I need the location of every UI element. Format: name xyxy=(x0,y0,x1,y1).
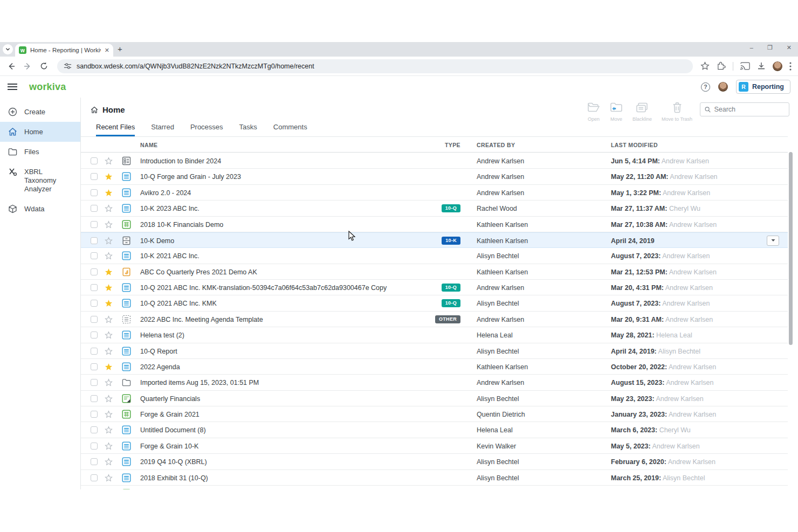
table-row[interactable]: Untitled Document (8) Helena Leal March … xyxy=(81,422,788,438)
new-tab-button[interactable]: + xyxy=(118,44,122,53)
star-outline-icon[interactable] xyxy=(105,474,113,482)
hamburger-menu-icon[interactable] xyxy=(8,84,17,90)
table-row[interactable]: 10-K 2023 ABC Inc. 10-Q Rachel Wood Mar … xyxy=(81,201,788,216)
file-name[interactable]: 2022 ABC Inc. Meeting Agenda Template xyxy=(140,316,263,323)
file-name[interactable]: 10-K Demo xyxy=(140,237,174,245)
back-button[interactable] xyxy=(4,59,18,73)
row-checkbox[interactable] xyxy=(91,189,98,196)
table-row[interactable]: Avikro 2.0 - 2024 Andrew Karlsen May 1, … xyxy=(81,185,788,201)
table-row[interactable]: Helena test (2) Helena Leal May 28, 2021… xyxy=(81,327,788,343)
row-checkbox[interactable] xyxy=(91,173,98,180)
row-checkbox[interactable] xyxy=(91,316,98,323)
cast-icon[interactable] xyxy=(740,62,750,70)
star-filled-icon[interactable] xyxy=(105,284,113,292)
table-row[interactable]: 10-Q 2021 ABC Inc. KMK 10-Q Alisyn Becht… xyxy=(81,295,788,311)
file-name[interactable]: Forge & Grain 2021 xyxy=(140,411,200,418)
table-row[interactable]: Forge & Grain 2021 Quentin Dietrich Janu… xyxy=(81,406,788,422)
file-name[interactable]: Avikro 2.0 - 2024 xyxy=(140,189,191,197)
table-row[interactable]: 10-Q Report Alisyn Bechtel April 24, 201… xyxy=(81,343,788,359)
row-checkbox[interactable] xyxy=(91,443,98,450)
row-checkbox[interactable] xyxy=(91,237,98,244)
sidebar-item-create[interactable]: Create xyxy=(0,102,80,122)
sidebar-item-home[interactable]: Home xyxy=(0,122,80,142)
column-header-last-modified[interactable]: LAST MODIFIED xyxy=(611,142,658,148)
table-row[interactable]: Forge & Grain 10-K Kevin Walker May 5, 2… xyxy=(81,438,788,454)
row-checkbox[interactable] xyxy=(91,252,98,259)
site-info-icon[interactable] xyxy=(64,62,72,70)
tab-starred[interactable]: Starred xyxy=(151,123,174,136)
row-checkbox[interactable] xyxy=(91,221,98,228)
table-row[interactable]: Quarterly Financials Alisyn Bechtel May … xyxy=(81,391,788,406)
file-name[interactable]: 2019 Q4 10-Q (XBRL) xyxy=(140,458,207,466)
star-outline-icon[interactable] xyxy=(105,237,113,245)
row-checkbox[interactable] xyxy=(91,348,98,355)
reload-button[interactable] xyxy=(37,59,51,73)
star-outline-icon[interactable] xyxy=(105,315,113,323)
star-filled-icon[interactable] xyxy=(105,363,113,371)
address-bar[interactable]: sandbox.wdesk.com/a/QWNjb3VudB82NzE2Nzk2… xyxy=(57,59,693,73)
row-options-dropdown[interactable] xyxy=(767,236,779,246)
close-button[interactable]: ✕ xyxy=(787,44,792,51)
file-name[interactable]: 10-K 2021 ABC Inc. xyxy=(140,252,200,260)
star-outline-icon[interactable] xyxy=(105,378,113,386)
table-row[interactable]: 10-K Demo 10-K Kathleen Karlsen April 24… xyxy=(81,232,788,248)
row-checkbox[interactable] xyxy=(91,268,98,275)
row-checkbox[interactable] xyxy=(91,284,98,291)
row-checkbox[interactable] xyxy=(91,426,98,433)
sidebar-item-wdata[interactable]: Wdata xyxy=(0,199,80,219)
star-filled-icon[interactable] xyxy=(105,172,113,181)
table-row[interactable]: 2019 Q4 10-Q (XBRL) Alisyn Bechtel Febru… xyxy=(81,454,788,469)
file-name[interactable]: Helena test (2) xyxy=(140,331,184,339)
browser-profile-avatar[interactable] xyxy=(773,61,782,71)
file-name[interactable]: Forge & Grain 10-K xyxy=(140,443,198,450)
star-outline-icon[interactable] xyxy=(105,347,113,355)
star-outline-icon[interactable] xyxy=(105,410,113,418)
file-name[interactable]: Introduction to Binder 2024 xyxy=(140,157,221,165)
kebab-menu-icon[interactable] xyxy=(789,62,792,71)
file-name[interactable]: Quarterly Financials xyxy=(140,395,200,403)
search-box[interactable] xyxy=(700,102,789,116)
file-name[interactable]: 10-Q Report xyxy=(140,348,177,355)
star-filled-icon[interactable] xyxy=(105,268,113,276)
table-row[interactable]: ABC Co Quarterly Pres 2021 Demo AK Kathl… xyxy=(81,264,788,280)
vertical-scrollbar[interactable] xyxy=(789,152,793,345)
search-input[interactable] xyxy=(714,106,785,113)
minimize-button[interactable]: – xyxy=(750,44,753,51)
help-icon[interactable]: ? xyxy=(701,82,710,92)
table-row[interactable]: Introduction to Binder 2024 Andrew Karls… xyxy=(81,153,788,169)
file-name[interactable]: 2022 Agenda xyxy=(140,363,180,371)
open-button[interactable]: Open xyxy=(582,102,605,122)
star-outline-icon[interactable] xyxy=(105,426,113,434)
row-checkbox[interactable] xyxy=(91,379,98,386)
browser-tab[interactable]: w Home - Reporting | Workiva ✕ xyxy=(15,44,113,57)
table-row[interactable]: 10-Q 2021 ABC Inc. KMK-translation-50394… xyxy=(81,280,788,295)
tab-close-icon[interactable]: ✕ xyxy=(105,47,109,54)
file-name[interactable]: 10-Q 2021 ABC Inc. KMK xyxy=(140,300,217,307)
blackline-button[interactable]: Blackline xyxy=(628,102,657,122)
table-row[interactable]: Imported items Aug 15, 2023, 01:51 PM An… xyxy=(81,375,788,390)
row-checkbox[interactable] xyxy=(91,474,98,481)
row-checkbox[interactable] xyxy=(91,205,98,212)
star-filled-icon[interactable] xyxy=(105,189,113,197)
tab-comments[interactable]: Comments xyxy=(273,123,307,136)
star-outline-icon[interactable] xyxy=(105,252,113,260)
table-row[interactable]: 10-K 2021 ABC Inc. Alisyn Bechtel August… xyxy=(81,248,788,264)
row-checkbox[interactable] xyxy=(91,458,98,465)
forward-button[interactable] xyxy=(20,59,35,73)
table-row[interactable]: 2022 ABC Inc. Meeting Agenda Template OT… xyxy=(81,312,788,327)
file-name[interactable]: Imported items Aug 15, 2023, 01:51 PM xyxy=(140,379,259,386)
star-outline-icon[interactable] xyxy=(105,458,113,466)
file-name[interactable]: 10-Q Forge and Grain - July 2023 xyxy=(140,173,241,181)
table-row[interactable]: 2022 Agenda Kathleen Karlsen October 20,… xyxy=(81,359,788,375)
table-row[interactable]: 2018 10-K Financials Demo Kathleen Karls… xyxy=(81,217,788,232)
star-outline-icon[interactable] xyxy=(105,220,113,229)
column-header-type[interactable]: TYPE xyxy=(426,142,460,148)
tab-search-button[interactable] xyxy=(3,44,13,54)
table-row[interactable] xyxy=(81,486,788,489)
tab-tasks[interactable]: Tasks xyxy=(239,123,257,136)
row-checkbox[interactable] xyxy=(91,363,98,370)
file-name[interactable]: Untitled Document (8) xyxy=(140,426,206,434)
bookmark-star-icon[interactable] xyxy=(700,61,710,71)
file-name[interactable]: 2018 10-K Financials Demo xyxy=(140,221,223,229)
extensions-icon[interactable] xyxy=(717,61,726,71)
